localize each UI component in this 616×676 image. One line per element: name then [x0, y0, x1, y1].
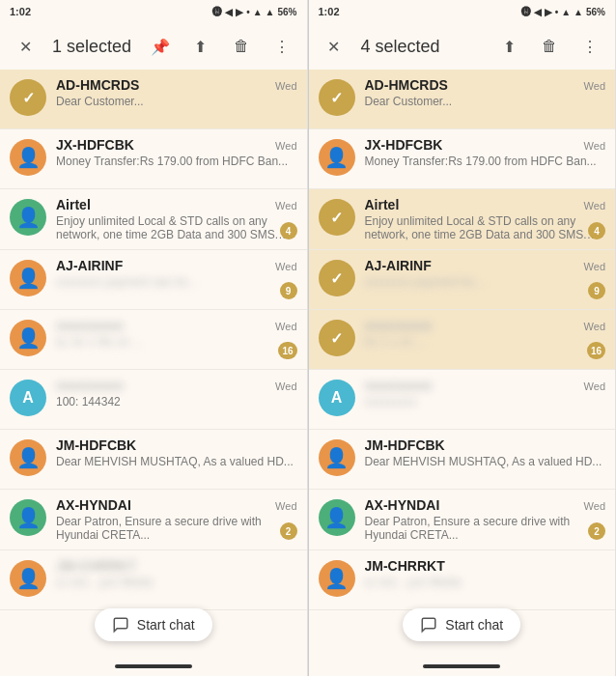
msg-content: JX-HDFCBK Wed Money Transfer:Rs 179.00 f…	[365, 137, 606, 168]
avatar: ✓	[319, 320, 355, 356]
msg-preview-blurred: xxxxxxxx payment ke...	[365, 275, 606, 289]
avatar: 👤	[10, 560, 46, 597]
list-item[interactable]: 👤 AX-HYNDAI Wed Dear Patron, Ensure a se…	[309, 490, 616, 550]
avatar: A	[10, 380, 46, 416]
msg-preview: Dear Patron, Ensure a secure drive with …	[365, 515, 606, 542]
msg-time: Wed	[584, 321, 605, 332]
whatsapp-icon: 🅦	[212, 7, 222, 17]
signal-icon: ▲	[266, 7, 275, 17]
avatar: 👤	[10, 499, 46, 536]
list-item[interactable]: ✓ AD-HMCRDS Wed Dear Customer...	[309, 70, 616, 129]
msg-preview: Dear Patron, Ensure a secure drive with …	[56, 515, 297, 542]
start-chat-button-right[interactable]: Start chat	[403, 608, 520, 641]
list-item[interactable]: ✓ xxxxxxxxx Wed for 1 s on ... 16	[309, 310, 616, 370]
msg-content: xxxxxxxxx Wed 100: 144342	[56, 378, 297, 408]
msg-name-blurred: xxxxxxxxx	[56, 378, 124, 393]
list-item[interactable]: 👤 AJ-AIRINF Wed xxxxxxxx payment ase ke.…	[0, 250, 307, 310]
msg-time: Wed	[584, 500, 605, 512]
msg-time: Wed	[584, 261, 605, 272]
status-icons-left: 🅦 ◀ ▶ • ▲ ▲ 56%	[212, 7, 296, 17]
delete-button-left[interactable]: 🗑	[224, 29, 259, 64]
status-bar-right: 1:02 🅦 ◀ ▶ • ▲ ▲ 56%	[309, 0, 616, 23]
msg-preview-blurred: ur ord... yun Media	[56, 576, 297, 589]
msg-preview: Money Transfer:Rs 179.00 from HDFC Ban..…	[56, 155, 297, 168]
msg-time: Wed	[275, 200, 296, 211]
msg-name: Airtel	[56, 197, 91, 212]
unread-badge: 2	[280, 522, 297, 540]
status-icons-right: 🅦 ◀ ▶ • ▲ ▲ 56%	[521, 7, 605, 17]
avatar: 👤	[10, 260, 46, 296]
archive-button-right[interactable]: ⬆	[491, 29, 526, 64]
msg-content: AX-HYNDAI Wed Dear Patron, Ensure a secu…	[56, 497, 297, 542]
close-button-right[interactable]: ✕	[317, 29, 351, 64]
avatar: ✓	[10, 79, 46, 116]
list-item[interactable]: 👤 JM-HDFCBK Dear MEHVISH MUSHTAQ, As a v…	[0, 430, 307, 490]
dot-icon: •	[246, 7, 250, 17]
msg-time: Wed	[584, 380, 605, 392]
msg-name: AX-HYNDAI	[56, 497, 131, 513]
pin-button-left[interactable]: 📌	[143, 29, 178, 64]
list-item[interactable]: ✓ AD-HMCRDS Wed Dear Customer...	[0, 70, 307, 129]
list-item[interactable]: 👤 JM-HDFCBK Dear MEHVISH MUSHTAQ, As a v…	[309, 430, 616, 490]
list-item[interactable]: 👤 AX-HYNDAI Wed Dear Patron, Ensure a se…	[0, 490, 307, 550]
selected-count-right: 4 selected	[357, 37, 487, 57]
list-item[interactable]: ✓ AJ-AIRINF Wed xxxxxxxx payment ke... 9	[309, 250, 616, 310]
bottom-bar-right	[309, 657, 616, 676]
media-icon: ▶	[236, 7, 243, 17]
more-button-right[interactable]: ⋮	[573, 29, 607, 64]
msg-name: AJ-AIRINF	[56, 258, 123, 273]
list-item[interactable]: 👤 JX-HDFCBK Wed Money Transfer:Rs 179.00…	[309, 129, 616, 189]
message-list-right: ✓ AD-HMCRDS Wed Dear Customer... 👤 JX-HD…	[309, 70, 616, 657]
msg-time: Wed	[275, 80, 296, 92]
wifi-icon: ▲	[253, 7, 263, 17]
list-item[interactable]: 👤 JX-HDFCBK Wed Money Transfer:Rs 179.00…	[0, 129, 307, 189]
archive-button-left[interactable]: ⬆	[183, 29, 218, 64]
msg-name: JM-HDFCBK	[56, 437, 136, 453]
list-item[interactable]: 👤 Airtel Wed Enjoy unlimited Local & STD…	[0, 189, 307, 250]
action-bar-right: ✕ 4 selected ⬆ 🗑 ⋮	[309, 23, 616, 70]
list-item[interactable]: A xxxxxxxxx Wed xxxxxxxxx	[309, 370, 616, 430]
time-left: 1:02	[10, 6, 31, 17]
msg-preview: Dear Customer...	[56, 95, 297, 108]
list-item[interactable]: 👤 xxxxxxxxx Wed ta, for 1 fits on ... 16	[0, 310, 307, 370]
list-item[interactable]: 👤 JM-CHRRKT ur ord... yun Media	[309, 550, 616, 610]
msg-preview-blurred: xxxxxxxxx	[365, 395, 606, 408]
avatar: 👤	[10, 199, 46, 236]
msg-content: JM-CHRRKT ur ord... yun Media	[56, 558, 297, 589]
msg-preview-blurred: for 1 s on ...	[365, 335, 606, 349]
msg-preview: Dear MEHVISH MUSHTAQ, As a valued HD...	[56, 455, 297, 468]
msg-preview: Dear Customer...	[365, 95, 606, 108]
delete-button-right[interactable]: 🗑	[532, 29, 567, 64]
msg-content: AJ-AIRINF Wed xxxxxxxx payment ke...	[365, 258, 606, 289]
message-list-left: ✓ AD-HMCRDS Wed Dear Customer... 👤 JX-HD…	[0, 70, 307, 657]
msg-content: JM-HDFCBK Dear MEHVISH MUSHTAQ, As a val…	[56, 437, 297, 468]
msg-content: AD-HMCRDS Wed Dear Customer...	[365, 77, 606, 108]
chat-icon-right	[420, 616, 437, 634]
avatar: 👤	[10, 139, 46, 176]
more-button-left[interactable]: ⋮	[265, 29, 299, 64]
msg-name-blurred: xxxxxxxxx	[365, 318, 433, 333]
msg-time: Wed	[275, 500, 296, 512]
avatar: 👤	[319, 439, 355, 476]
msg-name: JM-HDFCBK	[365, 437, 445, 453]
list-item[interactable]: A xxxxxxxxx Wed 100: 144342	[0, 370, 307, 430]
location-icon-r: ◀	[534, 7, 542, 17]
avatar: A	[319, 380, 355, 416]
msg-preview-blurred: xxxxxxxx payment ase ke...	[56, 275, 297, 289]
msg-preview-blurred: ur ord... yun Media	[365, 576, 606, 589]
avatar: 👤	[319, 499, 355, 536]
avatar: 👤	[319, 560, 355, 597]
list-item[interactable]: ✓ Airtel Wed Enjoy unlimited Local & STD…	[309, 189, 616, 250]
start-chat-button-left[interactable]: Start chat	[95, 608, 212, 641]
unread-badge: 4	[588, 222, 605, 239]
msg-content: AJ-AIRINF Wed xxxxxxxx payment ase ke...	[56, 258, 297, 289]
whatsapp-icon-r: 🅦	[521, 7, 531, 17]
msg-content: AX-HYNDAI Wed Dear Patron, Ensure a secu…	[365, 497, 606, 542]
msg-name: JX-HDFCBK	[56, 137, 134, 153]
list-item[interactable]: 👤 JM-CHRRKT ur ord... yun Media	[0, 550, 307, 610]
avatar: 👤	[10, 439, 46, 476]
close-button-left[interactable]: ✕	[8, 29, 42, 64]
msg-preview: Dear MEHVISH MUSHTAQ, As a valued HD...	[365, 455, 606, 468]
msg-content: AD-HMCRDS Wed Dear Customer...	[56, 77, 297, 108]
right-panel: 1:02 🅦 ◀ ▶ • ▲ ▲ 56% ✕ 4 selected ⬆ 🗑 ⋮ …	[309, 0, 617, 676]
